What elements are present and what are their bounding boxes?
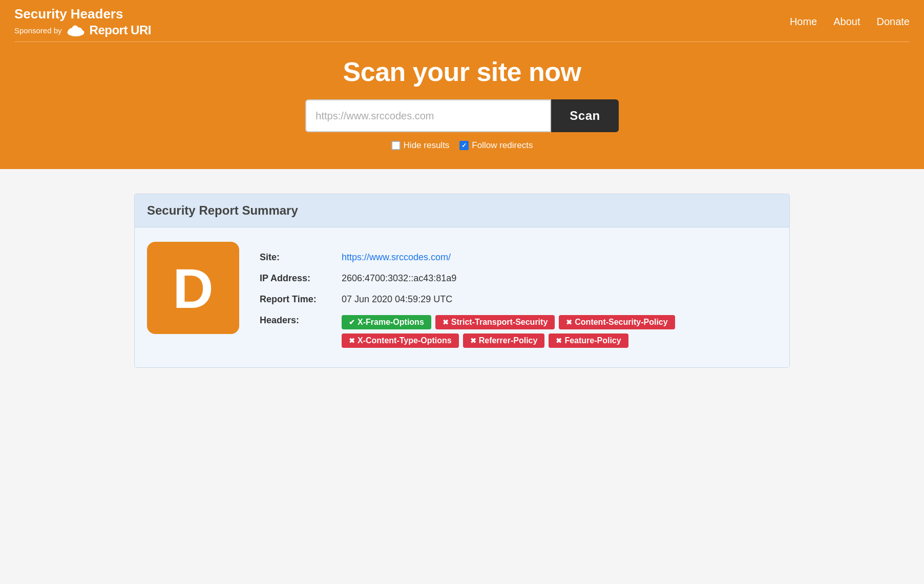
- badge-label: Content-Security-Policy: [575, 318, 667, 327]
- badge-label: X-Frame-Options: [358, 318, 424, 327]
- nav-about[interactable]: About: [833, 16, 860, 28]
- badge-icon: ✖: [349, 337, 355, 345]
- url-input[interactable]: [305, 99, 551, 132]
- site-row: Site: https://www.srccodes.com/: [260, 247, 777, 268]
- hide-results-checkbox[interactable]: [391, 141, 401, 150]
- follow-redirects-label: Follow redirects: [472, 140, 533, 151]
- badge-icon: ✔: [349, 318, 355, 326]
- report-card-title: Security Report Summary: [147, 203, 777, 218]
- site-header: Security Headers Sponsored by Report URI…: [0, 0, 924, 169]
- report-card-body: D Site: https://www.srccodes.com/ IP Add…: [135, 227, 789, 367]
- time-row: Report Time: 07 Jun 2020 04:59:29 UTC: [260, 289, 777, 310]
- badge-icon: ✖: [443, 318, 449, 326]
- follow-redirects-option[interactable]: ✓ Follow redirects: [459, 140, 533, 151]
- header-badge-referrer-policy: ✖Referrer-Policy: [463, 333, 545, 348]
- header-badge-x-content-type-options: ✖X-Content-Type-Options: [342, 333, 459, 348]
- site-value: https://www.srccodes.com/: [342, 247, 777, 268]
- brand: Security Headers Sponsored by Report URI: [14, 6, 151, 37]
- badge-icon: ✖: [566, 318, 572, 326]
- header-badge-content-security-policy: ✖Content-Security-Policy: [559, 315, 675, 329]
- badge-icon: ✖: [556, 337, 562, 345]
- ip-label: IP Address:: [260, 268, 342, 289]
- nav-bar: Security Headers Sponsored by Report URI…: [0, 0, 924, 41]
- follow-redirects-checkbox[interactable]: ✓: [459, 141, 469, 150]
- svg-point-3: [72, 26, 78, 32]
- badge-label: Feature-Policy: [564, 336, 621, 345]
- header-badge-strict-transport-security: ✖Strict-Transport-Security: [435, 315, 555, 329]
- headers-badges-container: ✔X-Frame-Options✖Strict-Transport-Securi…: [342, 315, 771, 348]
- headers-label: Headers:: [260, 310, 342, 353]
- cloud-icon: [66, 24, 86, 36]
- hide-results-label: Hide results: [404, 140, 450, 151]
- scan-form: Scan: [14, 99, 910, 132]
- headers-badges: ✔X-Frame-Options✖Strict-Transport-Securi…: [342, 310, 777, 353]
- results-area: Security Report Summary D Site: https://…: [114, 194, 810, 388]
- site-link[interactable]: https://www.srccodes.com/: [342, 252, 451, 262]
- site-label: Site:: [260, 247, 342, 268]
- badge-label: Referrer-Policy: [479, 336, 538, 345]
- headers-row: Headers: ✔X-Frame-Options✖Strict-Transpo…: [260, 310, 777, 353]
- hero-title: Scan your site now: [14, 56, 910, 87]
- header-badge-x-frame-options: ✔X-Frame-Options: [342, 315, 431, 329]
- badge-label: X-Content-Type-Options: [358, 336, 452, 345]
- hero-section: Scan your site now Scan Hide results ✓ F…: [0, 42, 924, 169]
- badge-label: Strict-Transport-Security: [451, 318, 548, 327]
- report-info: Site: https://www.srccodes.com/ IP Addre…: [260, 242, 777, 353]
- scan-button[interactable]: Scan: [551, 99, 618, 132]
- header-badge-feature-policy: ✖Feature-Policy: [549, 333, 628, 348]
- sponsor-label: Sponsored by: [14, 26, 62, 35]
- badge-icon: ✖: [470, 337, 476, 345]
- nav-home[interactable]: Home: [790, 16, 817, 28]
- ip-row: IP Address: 2606:4700:3032::ac43:81a9: [260, 268, 777, 289]
- brand-sponsor: Sponsored by Report URI: [14, 23, 151, 37]
- time-label: Report Time:: [260, 289, 342, 310]
- brand-title: Security Headers: [14, 6, 151, 22]
- time-value: 07 Jun 2020 04:59:29 UTC: [342, 289, 777, 310]
- report-card: Security Report Summary D Site: https://…: [134, 194, 790, 368]
- scan-options: Hide results ✓ Follow redirects: [14, 140, 910, 151]
- report-uri-label: Report URI: [90, 23, 151, 37]
- nav-links: Home About Donate: [790, 16, 910, 28]
- ip-value: 2606:4700:3032::ac43:81a9: [342, 268, 777, 289]
- grade-badge: D: [147, 242, 239, 334]
- hide-results-option[interactable]: Hide results: [391, 140, 450, 151]
- info-table: Site: https://www.srccodes.com/ IP Addre…: [260, 247, 777, 353]
- nav-donate[interactable]: Donate: [877, 16, 910, 28]
- report-card-header: Security Report Summary: [135, 194, 789, 227]
